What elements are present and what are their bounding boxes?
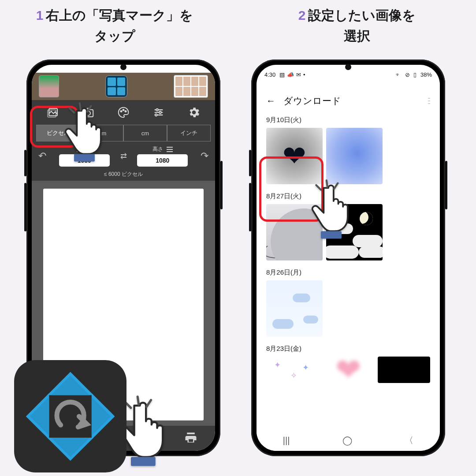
unit-pixel[interactable]: ピクセル [36,125,80,141]
link-aspect-icon[interactable]: ⇄ [120,151,127,161]
image-tile-black[interactable] [378,357,430,383]
megaphone-icon: 📣 [287,71,294,78]
wifi-icon: ᯤ [395,71,401,78]
redo-button[interactable]: ↷ [198,150,211,162]
more-menu-button[interactable] [428,98,430,104]
image-tile-heart[interactable]: ❤ [266,128,323,184]
battery-icon: ▯ [413,71,416,78]
size-row: ↶ 幅 1080 ⇄ 高さ 1080 ↷ [32,141,215,171]
phone-side-button [24,183,26,231]
svg-point-3 [86,111,90,115]
picker-title: ダウンロード [283,95,341,107]
heart-icon: ❤ [283,140,306,172]
camera-button[interactable] [78,103,98,122]
step-1-text: 右上の「写真マーク」をタップ [46,8,193,43]
phone-side-button [220,161,223,209]
width-label: 幅 [86,145,92,153]
status-left-icons: ▧📣✉• [277,71,305,78]
svg-point-9 [155,114,157,116]
status-battery-pct: 38% [420,71,432,78]
svg-point-5 [123,109,124,111]
step-1-heading: 1右上の「写真マーク」をタップ [4,5,225,46]
palette-button[interactable] [114,103,133,122]
template-contact-sheet[interactable] [174,75,208,98]
message-icon: ✉ [296,71,301,78]
image-tile-planet[interactable] [266,204,323,260]
toolbar [32,100,215,125]
template-strip [32,73,215,100]
app-launcher-icon[interactable] [14,360,126,472]
image-tile-stars[interactable]: ✦ ✦ ✧ [266,357,319,383]
android-nav-bar: ||| ◯ 〈 [257,430,440,451]
template-single-photo[interactable] [39,75,59,97]
phone-side-button [24,150,26,176]
svg-point-7 [156,109,158,111]
date-header: 8月27日(火) [257,190,440,204]
phone-side-button [249,150,251,176]
camera-notch-icon [345,64,351,70]
image-icon: ▧ [279,71,285,78]
image-tile-blue-gradient[interactable] [326,128,383,184]
unit-mm[interactable]: mm [80,125,123,141]
svg-rect-18 [131,457,156,466]
height-label: 高さ [152,145,163,153]
back-button[interactable]: ← [266,96,275,106]
print-button[interactable] [184,431,197,446]
width-input[interactable]: 1080 [59,154,110,167]
image-tile-night-clouds[interactable] [326,204,383,260]
size-constraint-label: ≤ 6000 ピクセル [32,171,215,181]
step-2-heading: 2設定したい画像を選択 [247,5,467,46]
svg-point-4 [121,111,122,112]
step-2-text: 設定したい画像を選択 [308,8,416,43]
unit-cm[interactable]: cm [123,125,167,141]
image-tile-sky-clouds[interactable] [266,280,323,337]
camera-notch-icon [120,64,126,70]
phone-mock-right: 4:30 ▧📣✉• ᯤ ⊘ ▯ 38% ← ダウンロード 9月10日(火) ❤ … [251,60,445,456]
undo-button[interactable]: ↶ [36,150,48,162]
file-picker-screen: 4:30 ▧📣✉• ᯤ ⊘ ▯ 38% ← ダウンロード 9月10日(火) ❤ … [257,65,440,451]
settings-button[interactable] [184,103,204,122]
date-header: 8月23日(金) [257,343,440,357]
phone-side-button [445,161,447,209]
date-header: 9月10日(火) [257,114,440,128]
home-button[interactable]: ◯ [342,435,352,446]
svg-point-8 [159,112,161,114]
sliders-button[interactable] [149,103,168,122]
menu-icon[interactable] [167,147,173,152]
back-nav-button[interactable]: 〈 [405,435,413,446]
status-time: 4:30 [264,71,275,78]
template-grid-selected[interactable] [105,75,127,97]
gallery-button[interactable] [43,103,63,122]
phone-side-button [249,183,251,231]
image-tile-pink-heart[interactable] [322,357,375,383]
step-1-number: 1 [36,8,44,22]
unit-inch[interactable]: インチ [167,125,211,141]
picker-header: ← ダウンロード [257,82,440,114]
menu-icon[interactable] [77,147,83,152]
date-header: 8月26日(月) [257,267,440,280]
no-sim-icon: ⊘ [405,71,410,78]
step-2-number: 2 [298,8,306,22]
unit-selector: ピクセル mm cm インチ [32,125,215,141]
height-input[interactable]: 1080 [137,154,188,167]
recent-apps-button[interactable]: ||| [283,435,290,446]
svg-point-6 [125,111,126,112]
